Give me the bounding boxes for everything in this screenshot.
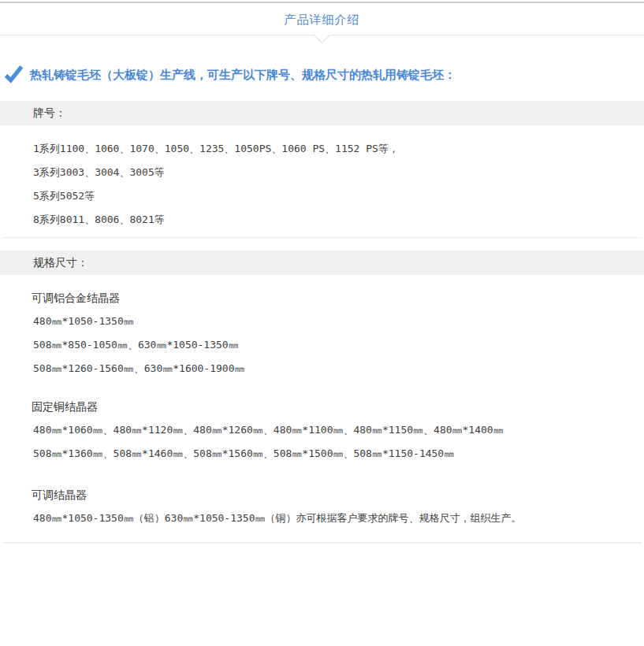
- grade-line: 3系列3003、3004、3005等: [0, 161, 644, 184]
- grades-list: 1系列1100、1060、1070、1050、1235、1050PS、1060 …: [0, 125, 644, 237]
- check-icon: [4, 65, 23, 84]
- grade-line: 5系列5052等: [0, 184, 644, 208]
- grade-line: 1系列1100、1060、1070、1050、1235、1050PS、1060 …: [0, 137, 644, 161]
- spec-line: 508㎜*1260-1560㎜、630㎜*1600-1900㎜: [0, 357, 644, 381]
- specs-body: 可调铝合金结晶器 480㎜*1050-1350㎜ 508㎜*850-1050㎜、…: [0, 275, 644, 530]
- section-divider: [2, 237, 642, 238]
- spec-line: 508㎜*850-1050㎜、630㎜*1050-1350㎜: [0, 333, 644, 357]
- intro-text: 热轧铸锭毛坯（大板锭）生产线，可生产以下牌号、规格尺寸的热轧用铸锭毛坯：: [30, 68, 456, 83]
- spec-group-heading-adjustable-aluminum: 可调铝合金结晶器: [0, 286, 644, 310]
- spec-line: 480㎜*1060㎜、480㎜*1120㎜、480㎜*1260㎜、480㎜*11…: [0, 418, 644, 442]
- intro-row: 热轧铸锭毛坯（大板锭）生产线，可生产以下牌号、规格尺寸的热轧用铸锭毛坯：: [4, 65, 644, 84]
- page-title: 产品详细介绍: [285, 3, 360, 28]
- spec-group-heading-adjustable: 可调结晶器: [0, 483, 644, 507]
- section-bar-grades-label: 牌号：: [33, 106, 66, 119]
- section-bar-specs-label: 规格尺寸：: [33, 256, 88, 269]
- spec-group-heading-fixed-copper: 固定铜结晶器: [0, 395, 644, 418]
- chevron-down-notch-icon: [313, 27, 329, 43]
- grade-line: 8系列8011、8006、8021等: [0, 208, 644, 232]
- bottom-divider: [2, 542, 642, 544]
- spec-line: 480㎜*1050-1350㎜: [0, 310, 644, 333]
- section-bar-specs: 规格尺寸：: [0, 251, 644, 275]
- section-bar-grades: 牌号：: [0, 101, 644, 125]
- page-header: 产品详细介绍: [0, 3, 644, 35]
- spec-line: 480㎜*1050-1350㎜（铝）630㎜*1050-1350㎜（铜）亦可根据…: [0, 507, 644, 530]
- spec-line: 508㎜*1360㎜、508㎜*1460㎜、508㎜*1560㎜、508㎜*15…: [0, 442, 644, 466]
